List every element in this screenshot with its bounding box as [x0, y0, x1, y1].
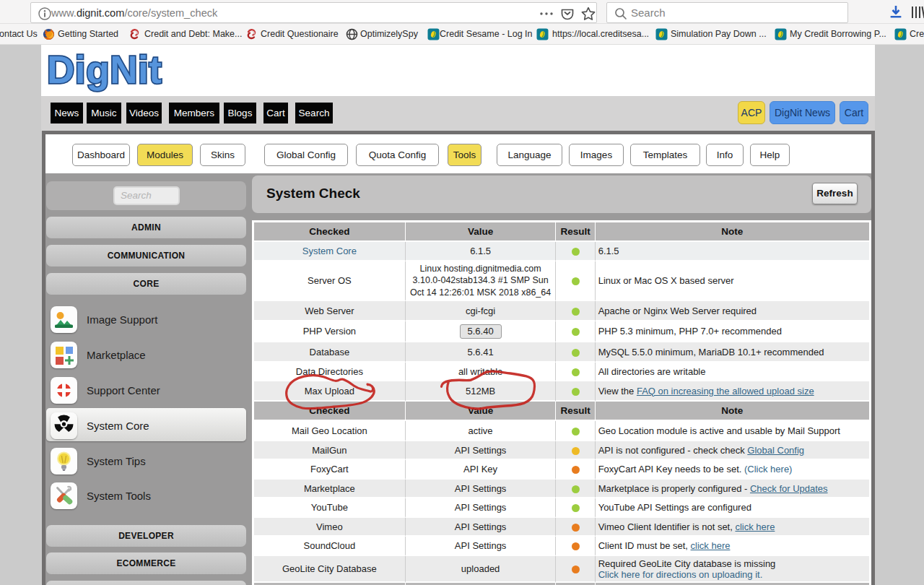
svg-text:DigNit: DigNit: [47, 48, 162, 91]
